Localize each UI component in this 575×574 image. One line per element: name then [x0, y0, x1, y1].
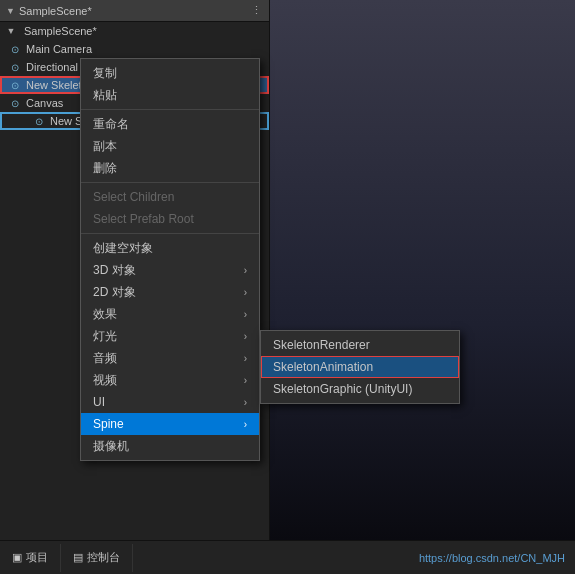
menu-item-3d-object[interactable]: 3D 对象 › — [81, 259, 259, 281]
canvas-label: Canvas — [26, 97, 63, 109]
skeleton-animation-menu-label: SkeletonAnimation — [273, 360, 373, 374]
camera-icon: ⊙ — [8, 42, 22, 56]
canvas-icon: ⊙ — [8, 96, 22, 110]
create-empty-label: 创建空对象 — [93, 240, 153, 257]
delete-label: 删除 — [93, 160, 117, 177]
paste-label: 粘贴 — [93, 87, 117, 104]
menu-item-ui[interactable]: UI › — [81, 391, 259, 413]
separator-3 — [81, 233, 259, 234]
project-icon: ▣ — [12, 551, 22, 564]
spine-arrow-icon: › — [244, 419, 247, 430]
hierarchy-panel-header: ▼ SampleScene* ⋮ — [0, 0, 269, 22]
spine-submenu: SkeletonRenderer SkeletonAnimation Skele… — [260, 330, 460, 404]
select-children-label: Select Children — [93, 190, 174, 204]
effects-label: 效果 — [93, 306, 117, 323]
menu-item-select-children: Select Children — [81, 186, 259, 208]
menu-item-spine[interactable]: Spine › — [81, 413, 259, 435]
3d-object-label: 3D 对象 — [93, 262, 136, 279]
audio-arrow-icon: › — [244, 353, 247, 364]
rename-label: 重命名 — [93, 116, 129, 133]
menu-item-audio[interactable]: 音频 › — [81, 347, 259, 369]
menu-item-effects[interactable]: 效果 › — [81, 303, 259, 325]
context-menu: 复制 粘贴 重命名 副本 删除 Select Children Select P… — [80, 58, 260, 461]
separator-1 — [81, 109, 259, 110]
duplicate-label: 副本 — [93, 138, 117, 155]
light-icon: ⊙ — [8, 60, 22, 74]
light-label: 灯光 — [93, 328, 117, 345]
scene-view — [270, 0, 575, 540]
video-arrow-icon: › — [244, 375, 247, 386]
tab-project[interactable]: ▣ 项目 — [0, 544, 61, 572]
skeleton-graphic-icon: ⊙ — [32, 114, 46, 128]
light-arrow-icon: › — [244, 331, 247, 342]
ui-arrow-icon: › — [244, 397, 247, 408]
menu-item-delete[interactable]: 删除 — [81, 157, 259, 179]
scene-label: SampleScene* — [24, 25, 97, 37]
bottom-url: https://blog.csdn.net/CN_MJH — [419, 552, 575, 564]
main-camera-label: Main Camera — [26, 43, 92, 55]
ui-label: UI — [93, 395, 105, 409]
audio-label: 音频 — [93, 350, 117, 367]
video-label: 视频 — [93, 372, 117, 389]
menu-item-rename[interactable]: 重命名 — [81, 113, 259, 135]
tab-console[interactable]: ▤ 控制台 — [61, 544, 133, 572]
hierarchy-item-main-camera[interactable]: ⊙ Main Camera — [0, 40, 269, 58]
copy-label: 复制 — [93, 65, 117, 82]
2d-object-label: 2D 对象 — [93, 284, 136, 301]
console-icon: ▤ — [73, 551, 83, 564]
menu-item-select-prefab-root: Select Prefab Root — [81, 208, 259, 230]
separator-2 — [81, 182, 259, 183]
submenu-item-skeleton-renderer[interactable]: SkeletonRenderer — [261, 334, 459, 356]
skeleton-animation-icon: ⊙ — [8, 78, 22, 92]
menu-item-light[interactable]: 灯光 › — [81, 325, 259, 347]
select-prefab-root-label: Select Prefab Root — [93, 212, 194, 226]
menu-item-copy[interactable]: 复制 — [81, 62, 259, 84]
2d-arrow-icon: › — [244, 287, 247, 298]
effects-arrow-icon: › — [244, 309, 247, 320]
menu-item-camera[interactable]: 摄像机 — [81, 435, 259, 457]
console-label: 控制台 — [87, 550, 120, 565]
spine-label: Spine — [93, 417, 124, 431]
3d-arrow-icon: › — [244, 265, 247, 276]
panel-menu-dots[interactable]: ⋮ — [251, 4, 263, 17]
submenu-item-skeleton-graphic[interactable]: SkeletonGraphic (UnityUI) — [261, 378, 459, 400]
menu-item-create-empty[interactable]: 创建空对象 — [81, 237, 259, 259]
menu-item-paste[interactable]: 粘贴 — [81, 84, 259, 106]
bottom-bar: ▣ 项目 ▤ 控制台 https://blog.csdn.net/CN_MJH — [0, 540, 575, 574]
skeleton-graphic-unity-label: SkeletonGraphic (UnityUI) — [273, 382, 412, 396]
expand-triangle: ▼ — [6, 6, 15, 16]
menu-item-duplicate[interactable]: 副本 — [81, 135, 259, 157]
submenu-item-skeleton-animation[interactable]: SkeletonAnimation — [261, 356, 459, 378]
project-label: 项目 — [26, 550, 48, 565]
skeleton-renderer-label: SkeletonRenderer — [273, 338, 370, 352]
camera-menu-label: 摄像机 — [93, 438, 129, 455]
hierarchy-item-sample-scene[interactable]: ▼ SampleScene* — [0, 22, 269, 40]
hierarchy-title: SampleScene* — [19, 5, 92, 17]
scene-triangle-icon: ▼ — [4, 24, 18, 38]
menu-item-video[interactable]: 视频 › — [81, 369, 259, 391]
menu-item-2d-object[interactable]: 2D 对象 › — [81, 281, 259, 303]
